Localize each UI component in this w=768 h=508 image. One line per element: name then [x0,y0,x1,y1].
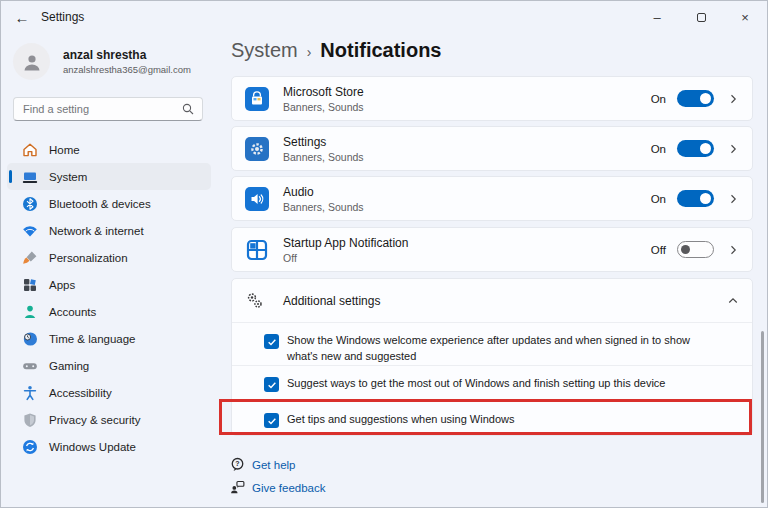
sidebar: anzal shrestha anzalshrestha365@gmail.co… [1,33,217,507]
bluetooth-icon [21,195,38,212]
minimize-icon: – [653,10,660,25]
person-icon [21,51,43,73]
sidebar-item-home[interactable]: Home [7,136,211,163]
feedback-icon [229,480,246,495]
sidebar-item-label: Windows Update [49,441,136,453]
search-input[interactable] [14,103,182,115]
give-feedback-label: Give feedback [252,482,326,494]
sidebar-item-bluetooth[interactable]: Bluetooth & devices [7,190,211,217]
back-button[interactable]: ← [7,5,37,29]
audio-toggle[interactable] [677,190,714,207]
notification-row-startup[interactable]: Startup App Notification Off Off [231,227,753,272]
sidebar-item-privacy[interactable]: Privacy & security [7,406,211,433]
check-icon [267,380,277,390]
sidebar-item-network[interactable]: Network & internet [7,217,211,244]
chevron-up-icon [727,295,739,307]
maximize-button[interactable] [679,1,723,33]
give-feedback-link[interactable]: Give feedback [229,480,326,495]
sidebar-item-label: System [49,171,87,183]
settings-window: ← Settings – × anzal shrestha [0,0,768,508]
main-content: System › Notifications Microsoft Store B… [217,33,767,507]
help-icon: ? [229,457,246,472]
checkbox-label: Get tips and suggestions when using Wind… [287,412,514,428]
startup-toggle[interactable] [677,241,714,258]
welcome-experience-checkbox[interactable] [264,334,279,349]
vertical-scrollbar[interactable] [761,331,764,503]
sidebar-item-accessibility[interactable]: Accessibility [7,379,211,406]
svg-text:?: ? [235,460,239,467]
window-title: Settings [41,10,84,24]
sidebar-item-label: Privacy & security [49,414,140,426]
settings-toggle[interactable] [677,140,714,157]
user-profile[interactable]: anzal shrestha anzalshrestha365@gmail.co… [13,43,191,80]
sidebar-item-label: Bluetooth & devices [49,198,151,210]
avatar [13,43,50,80]
toggle-state-label: On [651,193,666,205]
sidebar-item-label: Network & internet [49,225,144,237]
page-title: Notifications [320,39,441,62]
get-help-label: Get help [252,459,295,471]
sidebar-item-label: Accessibility [49,387,112,399]
breadcrumb-separator-icon: › [307,44,312,60]
checkbox-row-welcome-experience[interactable]: Show the Windows welcome experience afte… [232,322,752,365]
breadcrumb-system[interactable]: System [231,39,298,62]
notification-row-microsoft-store[interactable]: Microsoft Store Banners, Sounds On [231,76,753,121]
sidebar-item-accounts[interactable]: Accounts [7,298,211,325]
update-icon [21,438,38,455]
chevron-right-icon [727,143,739,155]
row-subtitle: Banners, Sounds [283,151,651,163]
search-icon [182,103,194,115]
user-name: anzal shrestha [63,48,191,62]
checkbox-row-get-tips[interactable]: Get tips and suggestions when using Wind… [232,401,752,437]
sidebar-item-personalization[interactable]: Personalization [7,244,211,271]
user-email: anzalshrestha365@gmail.com [63,64,191,75]
row-title: Startup App Notification [283,236,651,250]
accounts-icon [21,303,38,320]
checkbox-label: Show the Windows welcome experience afte… [287,333,712,365]
system-icon [21,168,38,185]
sidebar-item-label: Accounts [49,306,96,318]
home-icon [21,141,38,158]
sidebar-item-windows-update[interactable]: Windows Update [7,433,211,460]
close-button[interactable]: × [723,1,767,33]
back-arrow-icon: ← [15,9,30,26]
sidebar-nav: Home System Bluetooth & devices Network … [1,136,217,460]
sidebar-item-label: Gaming [49,360,89,372]
wifi-icon [21,222,38,239]
toggle-state-label: On [651,93,666,105]
additional-settings-label: Additional settings [283,294,714,308]
row-title: Settings [283,135,651,149]
check-icon [267,416,277,426]
get-tips-checkbox[interactable] [264,413,279,428]
accessibility-icon [21,384,38,401]
minimize-button[interactable]: – [635,1,679,33]
audio-icon [245,187,269,211]
notification-row-audio[interactable]: Audio Banners, Sounds On [231,176,753,221]
maximize-icon [697,13,706,22]
chevron-right-icon [727,93,739,105]
settings-app-icon [245,137,269,161]
suggest-ways-checkbox[interactable] [264,377,279,392]
brush-icon [21,249,38,266]
check-icon [267,337,277,347]
checkbox-label: Suggest ways to get the most out of Wind… [287,376,666,392]
window-controls: – × [635,1,767,33]
checkbox-row-suggest-ways[interactable]: Suggest ways to get the most out of Wind… [232,365,752,401]
notification-row-settings[interactable]: Settings Banners, Sounds On [231,126,753,171]
sidebar-item-gaming[interactable]: Gaming [7,352,211,379]
chevron-right-icon [727,244,739,256]
sidebar-item-time-language[interactable]: Time & language [7,325,211,352]
additional-settings-header[interactable]: Additional settings [232,279,752,322]
microsoft-store-toggle[interactable] [677,90,714,107]
sidebar-item-apps[interactable]: Apps [7,271,211,298]
shield-icon [21,411,38,428]
row-subtitle: Banners, Sounds [283,201,651,213]
get-help-link[interactable]: ? Get help [229,457,295,472]
sidebar-item-label: Apps [49,279,75,291]
startup-app-icon [245,238,269,262]
gears-icon [245,291,265,311]
breadcrumb: System › Notifications [231,39,441,62]
sidebar-item-system[interactable]: System [7,163,211,190]
row-subtitle: Off [283,252,651,264]
gamepad-icon [21,357,38,374]
